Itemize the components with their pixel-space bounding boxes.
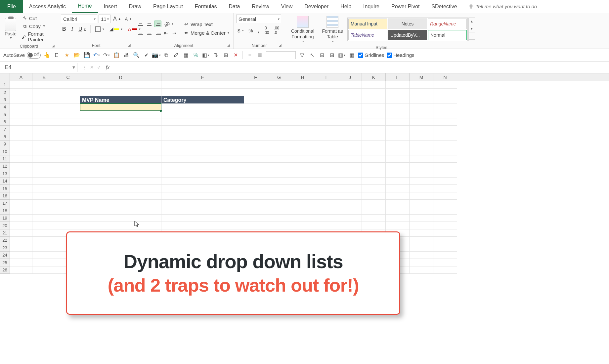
cell-K4[interactable]	[362, 103, 386, 111]
conditional-formatting-button[interactable]: Conditional Formatting▾	[288, 15, 318, 44]
cell-C12[interactable]	[56, 163, 80, 170]
cell-F13[interactable]	[244, 170, 267, 178]
cell-N25[interactable]	[433, 259, 457, 266]
cell-B12[interactable]	[32, 163, 56, 170]
row-header[interactable]: 10	[0, 148, 10, 155]
row-header[interactable]: 24	[0, 252, 10, 259]
cell-N21[interactable]	[433, 229, 457, 237]
align-center-qat-icon[interactable]: ≣	[256, 52, 263, 59]
style-table-name[interactable]: TableName	[348, 30, 387, 40]
cell-M2[interactable]	[410, 89, 433, 96]
cell-I13[interactable]	[314, 170, 338, 178]
spellcheck-icon[interactable]: ✔	[143, 52, 150, 59]
touch-mode-icon[interactable]: 👆	[43, 52, 51, 59]
cell-L10[interactable]	[386, 148, 410, 155]
row-header[interactable]: 15	[0, 185, 10, 192]
row-header[interactable]: 3	[0, 96, 10, 103]
name-box[interactable]: E4▾	[2, 63, 77, 72]
row-header[interactable]: 26	[0, 266, 10, 274]
cell-B4[interactable]	[32, 103, 56, 111]
cell-H2[interactable]	[291, 89, 314, 96]
increase-font-button[interactable]: A▲	[112, 15, 122, 22]
tab-view[interactable]: View	[275, 0, 298, 13]
cell-L3[interactable]	[386, 96, 410, 103]
cell-L2[interactable]	[386, 89, 410, 96]
cell-A20[interactable]	[10, 222, 32, 229]
cell-J7[interactable]	[338, 126, 362, 133]
cell-J15[interactable]	[338, 185, 362, 192]
cell-G13[interactable]	[267, 170, 291, 178]
wrap-text-button[interactable]: ↩Wrap Text	[182, 20, 231, 28]
tab-power-pivot[interactable]: Power Pivot	[385, 0, 425, 13]
cell-B6[interactable]	[32, 118, 56, 126]
cell-M11[interactable]	[410, 155, 433, 163]
cell-I5[interactable]	[314, 111, 338, 118]
cell-J2[interactable]	[338, 89, 362, 96]
cell-L9[interactable]	[386, 141, 410, 148]
style-range-name[interactable]: RangeName	[428, 19, 467, 29]
tab-draw[interactable]: Draw	[123, 0, 147, 13]
cell-C2[interactable]	[56, 89, 80, 96]
cell-A3[interactable]	[10, 96, 32, 103]
cell-M23[interactable]	[410, 244, 433, 252]
cell-F1[interactable]	[244, 81, 267, 89]
cell-D8[interactable]	[80, 133, 161, 141]
cell-E5[interactable]	[161, 111, 244, 118]
italic-button[interactable]: I	[70, 25, 74, 33]
cell-I15[interactable]	[314, 185, 338, 192]
cell-E1[interactable]	[161, 81, 244, 89]
align-center-button[interactable]	[146, 30, 153, 36]
cell-A6[interactable]	[10, 118, 32, 126]
cell-D16[interactable]	[80, 192, 161, 200]
cell-G15[interactable]	[267, 185, 291, 192]
cell-B17[interactable]	[32, 200, 56, 207]
cell-H17[interactable]	[291, 200, 314, 207]
align-left-button[interactable]	[137, 30, 144, 36]
cell-A16[interactable]	[10, 192, 32, 200]
cell-N22[interactable]	[433, 237, 457, 244]
column-header-h[interactable]: H	[291, 73, 314, 81]
enter-formula-icon[interactable]: ✓	[97, 64, 101, 70]
cell-B3[interactable]	[32, 96, 56, 103]
cell-E20[interactable]	[161, 222, 244, 229]
cell-F18[interactable]	[244, 207, 267, 215]
cell-G16[interactable]	[267, 192, 291, 200]
cell-F12[interactable]	[244, 163, 267, 170]
cell-D1[interactable]	[80, 81, 161, 89]
cell-B20[interactable]	[32, 222, 56, 229]
cell-N6[interactable]	[433, 118, 457, 126]
cell-C9[interactable]	[56, 141, 80, 148]
cell-E17[interactable]	[161, 200, 244, 207]
cell-I4[interactable]	[314, 103, 338, 111]
cell-B11[interactable]	[32, 155, 56, 163]
cell-L4[interactable]	[386, 103, 410, 111]
cell-F16[interactable]	[244, 192, 267, 200]
tab-formulas[interactable]: Formulas	[189, 0, 223, 13]
cell-J5[interactable]	[338, 111, 362, 118]
qat-search-box[interactable]	[266, 51, 296, 59]
cell-G18[interactable]	[267, 207, 291, 215]
cell-L13[interactable]	[386, 170, 410, 178]
cell-H16[interactable]	[291, 192, 314, 200]
cell-E9[interactable]	[161, 141, 244, 148]
cell-L20[interactable]	[386, 222, 410, 229]
redo-icon[interactable]: ↷▾	[103, 52, 110, 59]
cell-C1[interactable]	[56, 81, 80, 89]
gallery-down-button[interactable]: ▼	[469, 25, 475, 32]
row-header[interactable]: 17	[0, 200, 10, 207]
cell-M9[interactable]	[410, 141, 433, 148]
decrease-indent-button[interactable]: ⇤	[163, 29, 170, 37]
cell-H12[interactable]	[291, 163, 314, 170]
cell-G20[interactable]	[267, 222, 291, 229]
cell-I3[interactable]	[314, 96, 338, 103]
fx-icon[interactable]: fx	[106, 64, 113, 70]
percent-format-button[interactable]: %	[247, 27, 254, 34]
cell-G5[interactable]	[267, 111, 291, 118]
cell-D18[interactable]	[80, 207, 161, 215]
cell-A13[interactable]	[10, 170, 32, 178]
cut-button[interactable]: ✂Cut	[21, 15, 55, 22]
style-updated-by[interactable]: UpdatedByV...	[388, 30, 427, 40]
tab-file[interactable]: File	[0, 0, 23, 13]
column-header-n[interactable]: N	[433, 73, 457, 81]
cell-E4[interactable]	[161, 103, 244, 111]
